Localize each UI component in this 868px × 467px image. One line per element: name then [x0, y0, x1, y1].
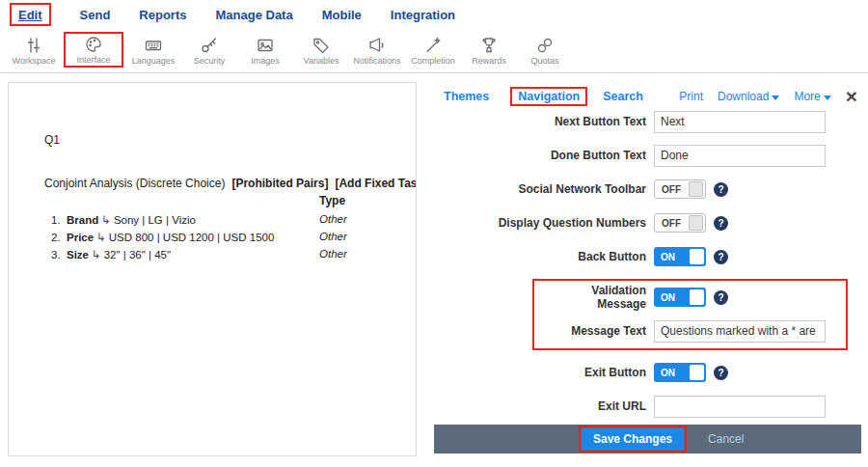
- attribute-levels: 32" | 36" | 45": [104, 249, 171, 261]
- menubar: Edit Send Reports Manage Data Mobile Int…: [0, 0, 868, 29]
- field-label: Done Button Text: [434, 149, 646, 162]
- toggle-knob: [690, 289, 704, 305]
- message-text-input[interactable]: [654, 320, 826, 343]
- conjoint-attribute-row: 1.Brand↳Sony | LG | Vizio Other: [51, 213, 196, 227]
- toolbar: Workspace Interface Languages Security I…: [0, 29, 868, 73]
- toolbar-item-label: Workspace: [13, 56, 56, 66]
- toolbar-item-completion[interactable]: Completion: [407, 36, 459, 66]
- chevron-down-icon: [824, 96, 831, 100]
- row-number: 3.: [51, 249, 67, 261]
- toolbar-item-label: Variables: [304, 56, 339, 66]
- display-question-numbers-toggle[interactable]: OFF: [654, 213, 706, 233]
- settings-footer: Save Changes Cancel: [434, 425, 861, 453]
- done-button-text-input[interactable]: [654, 145, 826, 167]
- field-label: Exit Button: [434, 366, 646, 379]
- field-label: Exit URL: [434, 399, 646, 413]
- help-icon[interactable]: ?: [714, 182, 728, 197]
- image-icon: [256, 36, 275, 55]
- field-label: Back Button: [434, 250, 646, 263]
- toolbar-item-notifications[interactable]: Notifications: [351, 36, 403, 66]
- close-icon[interactable]: ×: [846, 89, 857, 104]
- toolbar-item-variables[interactable]: Variables: [295, 36, 347, 66]
- survey-preview-panel: Q1 Conjoint Analysis (Discrete Choice) […: [8, 82, 417, 456]
- palette-icon: [84, 35, 103, 54]
- chevron-down-icon: [772, 96, 779, 100]
- cancel-link[interactable]: Cancel: [708, 432, 744, 446]
- keyboard-icon: [144, 36, 163, 55]
- menu-item-integration[interactable]: Integration: [391, 8, 455, 22]
- form-row-validation-message: Validation Message ON ?: [540, 286, 846, 309]
- toggle-knob: [689, 215, 703, 231]
- form-row-exit-url: Exit URL: [434, 395, 861, 418]
- more-link[interactable]: More: [794, 90, 830, 103]
- settings-panel: Themes Navigation Search Print Download …: [434, 85, 861, 467]
- help-icon[interactable]: ?: [714, 290, 728, 305]
- validation-highlight-box: Validation Message ON ? Message Text: [532, 279, 848, 350]
- next-button-text-input[interactable]: [654, 111, 826, 133]
- field-label: Display Question Numbers: [434, 216, 646, 230]
- download-link[interactable]: Download: [718, 90, 779, 103]
- attribute-name: Size: [67, 249, 89, 261]
- attribute-type: Other: [319, 248, 347, 260]
- exit-url-input[interactable]: [654, 396, 826, 418]
- add-fixed-tasks-link[interactable]: [Add Fixed Tasks: [335, 177, 417, 190]
- toolbar-item-rewards[interactable]: Rewards: [463, 36, 515, 66]
- form-row-message-text: Message Text: [540, 319, 846, 343]
- chain-link-icon: [535, 36, 555, 55]
- toolbar-item-security[interactable]: Security: [183, 36, 235, 66]
- toggle-state-label: OFF: [655, 184, 681, 195]
- save-highlight-box: Save Changes: [579, 426, 687, 453]
- toggle-knob: [690, 365, 704, 380]
- field-label: Message Text: [540, 324, 646, 338]
- toolbar-item-images[interactable]: Images: [239, 36, 291, 66]
- conjoint-attribute-row: 2.Price↳USD 800 | USD 1200 | USD 1500 Ot…: [51, 231, 274, 244]
- arrow-icon: ↳: [101, 214, 111, 226]
- toolbar-item-quotas[interactable]: Quotas: [519, 36, 571, 66]
- menu-item-manage-data[interactable]: Manage Data: [215, 8, 292, 22]
- tab-themes[interactable]: Themes: [444, 90, 489, 103]
- toggle-knob: [690, 249, 704, 264]
- help-icon[interactable]: ?: [714, 366, 728, 380]
- toggle-knob: [689, 181, 703, 197]
- trophy-icon: [479, 36, 499, 55]
- attribute-type: Other: [319, 231, 347, 242]
- back-button-toggle[interactable]: ON: [654, 247, 706, 266]
- megaphone-icon: [367, 36, 387, 55]
- toggle-state-label: ON: [654, 292, 675, 303]
- menu-item-edit[interactable]: Edit: [18, 8, 42, 22]
- toolbar-item-label: Rewards: [472, 56, 506, 66]
- toolbar-item-languages[interactable]: Languages: [127, 36, 179, 66]
- key-icon: [200, 36, 219, 55]
- help-icon[interactable]: ?: [714, 250, 728, 264]
- attribute-levels: Sony | LG | Vizio: [114, 214, 196, 226]
- exit-button-toggle[interactable]: ON: [654, 363, 706, 382]
- print-link[interactable]: Print: [679, 90, 703, 103]
- sliders-icon: [24, 36, 43, 55]
- settings-tabs-row: Themes Navigation Search Print Download …: [434, 85, 861, 108]
- attribute-name: Price: [67, 232, 94, 243]
- toolbar-item-label: Languages: [132, 56, 176, 66]
- prohibited-pairs-link[interactable]: [Prohibited Pairs]: [231, 177, 328, 190]
- form-row-done-button-text: Done Button Text: [434, 144, 861, 167]
- wand-icon: [423, 36, 443, 55]
- navigation-settings-form: Next Button Text Done Button Text Social…: [434, 110, 861, 428]
- menu-item-mobile[interactable]: Mobile: [322, 8, 362, 22]
- tab-navigation[interactable]: Navigation: [518, 90, 580, 103]
- save-changes-button[interactable]: Save Changes: [582, 428, 684, 450]
- tab-search[interactable]: Search: [603, 90, 643, 103]
- validation-message-toggle[interactable]: ON: [654, 288, 706, 307]
- form-row-display-question-numbers: Display Question Numbers OFF ?: [434, 211, 861, 234]
- menu-item-send[interactable]: Send: [80, 8, 111, 22]
- row-number: 1.: [51, 214, 67, 226]
- question-title: Conjoint Analysis (Discrete Choice): [44, 177, 225, 190]
- edit-highlight-box: Edit: [10, 3, 51, 26]
- menu-item-reports[interactable]: Reports: [139, 8, 186, 22]
- social-network-toolbar-toggle[interactable]: OFF: [654, 179, 706, 199]
- toolbar-item-workspace[interactable]: Workspace: [8, 36, 60, 66]
- toolbar-item-interface[interactable]: Interface: [68, 35, 120, 65]
- attribute-type: Other: [319, 213, 347, 225]
- help-icon[interactable]: ?: [714, 216, 728, 231]
- form-row-next-button-text: Next Button Text: [434, 110, 861, 133]
- field-label: Next Button Text: [434, 115, 646, 128]
- arrow-icon: ↳: [96, 232, 106, 243]
